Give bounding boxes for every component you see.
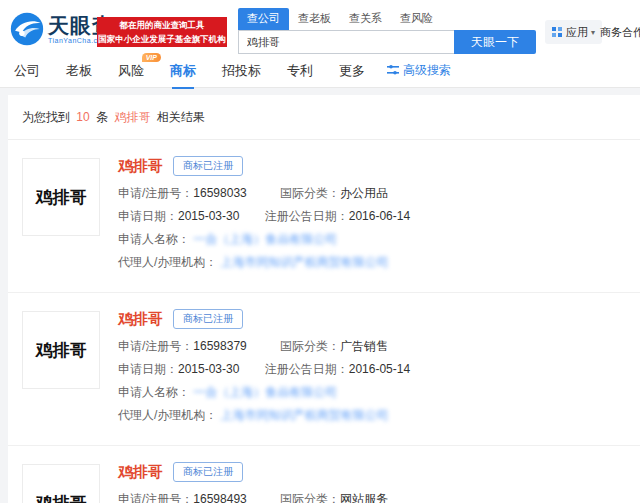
- tab-more[interactable]: 更多: [339, 54, 365, 89]
- promo-line2: 国家中小企业发展子基金旗下机构: [97, 32, 227, 46]
- tab-trademark[interactable]: 商标: [170, 54, 196, 89]
- date-row: 申请日期：2015-03-30 注册公告日期：2016-05-14: [118, 362, 640, 376]
- search-input[interactable]: [238, 30, 454, 54]
- tab-patent[interactable]: 专利: [287, 54, 313, 89]
- reg-no-label: 申请/注册号：: [118, 339, 193, 353]
- chevron-down-icon: ▾: [591, 28, 595, 37]
- summary-unit: 条: [96, 110, 108, 124]
- tab-risk[interactable]: 风险 VIP: [118, 54, 144, 89]
- vip-badge: VIP: [142, 53, 161, 62]
- intl-class-label: 国际分类：: [280, 492, 340, 503]
- apps-label: 应用: [566, 25, 588, 40]
- result-count: 10: [76, 110, 89, 124]
- tab-boss[interactable]: 老板: [66, 54, 92, 89]
- agent-row: 代理人/办理机构： 上海市同知识产权商贸有限公司: [118, 408, 640, 422]
- apps-dropdown[interactable]: 应用 ▾: [545, 20, 602, 44]
- pub-date-value: 2016-05-14: [349, 362, 410, 376]
- trademark-title-link[interactable]: 鸡排哥: [118, 157, 163, 176]
- pub-date-value: 2016-06-14: [349, 209, 410, 223]
- trademark-title-link[interactable]: 鸡排哥: [118, 310, 163, 329]
- intl-class-label: 国际分类：: [280, 339, 340, 353]
- agent-link[interactable]: 上海市同知识产权商贸有限公司: [221, 255, 389, 269]
- header: 天眼查 TianYanCha.com 都在用的商业查询工具 国家中小企业发展子基…: [0, 0, 640, 55]
- results-summary: 为您找到 10 条 鸡排哥 相关结果: [8, 95, 640, 140]
- apply-date-value: 2015-03-30: [178, 362, 239, 376]
- tab-company[interactable]: 公司: [14, 54, 40, 89]
- advanced-search-link[interactable]: 高级搜索: [387, 62, 451, 81]
- search-tabs: 查公司 查老板 查关系 查风险: [238, 8, 536, 30]
- trademark-image[interactable]: 鸡排哥: [22, 464, 100, 503]
- search-tab-risk[interactable]: 查风险: [391, 8, 442, 30]
- apply-date-value: 2015-03-30: [178, 209, 239, 223]
- reg-no-label: 申请/注册号：: [118, 186, 193, 200]
- intl-class-value: 网站服务: [340, 492, 388, 503]
- reg-no-value: 16598379: [193, 339, 246, 353]
- intl-class-value: 办公用品: [340, 186, 388, 200]
- trademark-result-card: 鸡排哥 鸡排哥 商标已注册 申请/注册号：16598379 国际分类：广告销售 …: [8, 293, 640, 446]
- agent-link[interactable]: 上海市同知识产权商贸有限公司: [221, 408, 389, 422]
- trademark-title-link[interactable]: 鸡排哥: [118, 463, 163, 482]
- applicant-link[interactable]: 一合（上海）食品有限公司: [193, 232, 337, 246]
- reg-no-value: 16598033: [193, 186, 246, 200]
- reg-no-value: 16598493: [193, 492, 246, 503]
- search-keyword: 鸡排哥: [114, 110, 150, 124]
- results-panel: 为您找到 10 条 鸡排哥 相关结果 鸡排哥 鸡排哥 商标已注册 申请/注册号：…: [8, 95, 640, 503]
- promo-line1: 都在用的商业查询工具: [97, 18, 227, 32]
- applicant-row: 申请人名称： 一合（上海）食品有限公司: [118, 232, 640, 246]
- pub-date-label: 注册公告日期：: [265, 209, 349, 223]
- applicant-label: 申请人名称：: [118, 385, 190, 399]
- tab-bidding[interactable]: 招投标: [222, 54, 261, 89]
- search-tab-relation[interactable]: 查关系: [340, 8, 391, 30]
- status-badge: 商标已注册: [173, 309, 243, 329]
- tab-risk-label: 风险: [118, 63, 144, 78]
- agent-label: 代理人/办理机构：: [118, 255, 217, 269]
- date-row: 申请日期：2015-03-30 注册公告日期：2016-06-14: [118, 209, 640, 223]
- eye-logo-icon: [10, 12, 44, 46]
- reg-row: 申请/注册号：16598379 国际分类：广告销售: [118, 339, 640, 353]
- trademark-image[interactable]: 鸡排哥: [22, 158, 100, 236]
- advanced-search-label: 高级搜索: [403, 62, 451, 79]
- grid-icon: [552, 27, 562, 37]
- status-badge: 商标已注册: [173, 156, 243, 176]
- applicant-row: 申请人名称： 一合（上海）食品有限公司: [118, 385, 640, 399]
- reg-row: 申请/注册号：16598033 国际分类：办公用品: [118, 186, 640, 200]
- applicant-label: 申请人名称：: [118, 232, 190, 246]
- trademark-result-card: 鸡排哥 鸡排哥 商标已注册 申请/注册号：16598493 国际分类：网站服务 …: [8, 446, 640, 503]
- agent-row: 代理人/办理机构： 上海市同知识产权商贸有限公司: [118, 255, 640, 269]
- pub-date-label: 注册公告日期：: [265, 362, 349, 376]
- search-tab-boss[interactable]: 查老板: [289, 8, 340, 30]
- apply-date-label: 申请日期：: [118, 362, 178, 376]
- intl-class-label: 国际分类：: [280, 186, 340, 200]
- summary-prefix: 为您找到: [22, 110, 70, 124]
- trademark-image[interactable]: 鸡排哥: [22, 311, 100, 389]
- apply-date-label: 申请日期：: [118, 209, 178, 223]
- page-background: 为您找到 10 条 鸡排哥 相关结果 鸡排哥 鸡排哥 商标已注册 申请/注册号：…: [0, 88, 640, 503]
- status-badge: 商标已注册: [173, 462, 243, 482]
- reg-no-label: 申请/注册号：: [118, 492, 193, 503]
- reg-row: 申请/注册号：16598493 国际分类：网站服务: [118, 492, 640, 503]
- search-area: 查公司 查老板 查关系 查风险 天眼一下: [238, 8, 536, 54]
- promo-banner: 都在用的商业查询工具 国家中小企业发展子基金旗下机构: [97, 17, 227, 47]
- search-button[interactable]: 天眼一下: [454, 30, 536, 54]
- intl-class-value: 广告销售: [340, 339, 388, 353]
- search-tab-company[interactable]: 查公司: [238, 8, 289, 30]
- agent-label: 代理人/办理机构：: [118, 408, 217, 422]
- summary-suffix: 相关结果: [157, 110, 205, 124]
- category-nav: 公司 老板 风险 VIP 商标 招投标 专利 更多 高级搜索: [0, 55, 640, 88]
- trademark-result-card: 鸡排哥 鸡排哥 商标已注册 申请/注册号：16598033 国际分类：办公用品 …: [8, 140, 640, 293]
- applicant-link[interactable]: 一合（上海）食品有限公司: [193, 385, 337, 399]
- filter-sliders-icon: [387, 64, 399, 76]
- business-cooperation-link[interactable]: 商务合作: [600, 25, 640, 40]
